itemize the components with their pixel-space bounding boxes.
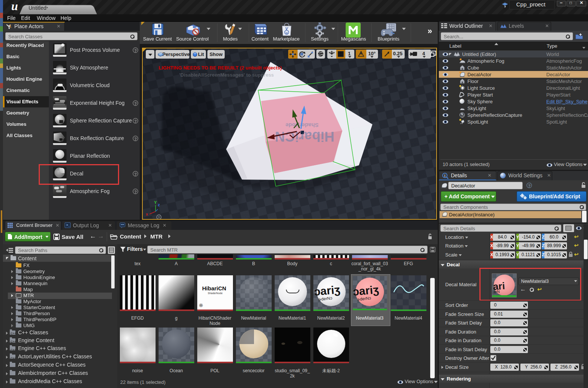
svg-text:i: i — [444, 174, 446, 178]
svg-text:u: u — [286, 31, 288, 35]
svg-text:z: z — [158, 202, 160, 207]
svg-text:?: ? — [158, 216, 160, 219]
svg-text:Y: Y — [154, 200, 157, 205]
svg-text:HibariCN: HibariCN — [275, 129, 334, 144]
svg-text:x: x — [146, 212, 148, 216]
